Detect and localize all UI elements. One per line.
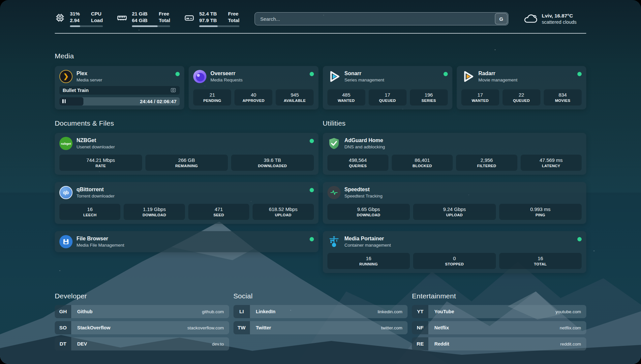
bookmark-abbr: NF xyxy=(412,321,428,334)
bookmark-name: DEV xyxy=(72,337,87,350)
bookmark-youtube[interactable]: YT YouTube youtube.com xyxy=(412,305,586,318)
bookmark-github[interactable]: GH Github github.com xyxy=(55,305,229,318)
stat-value: 39.6 TB xyxy=(232,157,313,163)
stat-tiles: 17 WANTED 22 QUEUED 834 MOVIES xyxy=(461,89,582,106)
bookmark-linkedin[interactable]: LI LinkedIn linkedin.com xyxy=(233,305,408,318)
app-subtitle: Torrent downloader xyxy=(76,193,115,199)
app-name: NZBGet xyxy=(76,137,115,144)
playback-progress-bar[interactable]: 24:44 / 02:06:47 xyxy=(59,97,180,106)
nzbget-icon-text: nzbget xyxy=(61,142,71,145)
search-engine-button[interactable]: G xyxy=(495,13,507,24)
app-card-nzbget[interactable]: nzbget NZBGet Usenet downloader 744.21 M… xyxy=(55,133,319,175)
utilities-column: Utilities xyxy=(323,119,587,273)
section-title-utilities: Utilities xyxy=(323,119,587,127)
bookmark-dev[interactable]: DT DEV dev.to xyxy=(55,337,229,350)
stat-tiles: 21 PENDING 40 APPROVED 945 AVAILABLE xyxy=(193,89,314,106)
stat-label: UPLOAD xyxy=(414,213,495,217)
bookmark-abbr: GH xyxy=(55,305,71,318)
now-playing-row: Bullet Train xyxy=(59,86,180,95)
stat-value: 498,564 xyxy=(329,157,387,163)
app-card-portainer[interactable]: Media Portainer Container management 16 … xyxy=(323,231,587,273)
stat-value: 471 xyxy=(190,206,248,212)
stat-tile: 266 GB REMAINING xyxy=(145,155,228,171)
section-title-entertainment: Entertainment xyxy=(412,292,586,300)
radarr-icon xyxy=(461,70,474,83)
app-card-overseerr[interactable]: Overseerr Media Requests 21 PENDING 40 A… xyxy=(189,66,318,109)
adguard-icon xyxy=(327,137,341,150)
bookmark-name: Github xyxy=(72,305,93,318)
section-title-social: Social xyxy=(233,292,408,300)
stat-label: DOWNLOADED xyxy=(232,164,313,168)
section-title-developer: Developer xyxy=(55,292,229,300)
bookmark-url: youtube.com xyxy=(556,305,586,318)
stat-label: STOPPED xyxy=(414,262,495,266)
header-divider xyxy=(55,33,586,34)
stat-tiles: 485 WANTED 17 QUEUED 196 SERIES xyxy=(327,89,448,106)
stat-label: SEED xyxy=(190,213,248,217)
ram-icon xyxy=(117,13,127,23)
playback-time: 24:44 / 02:06:47 xyxy=(140,97,176,106)
app-name: File Browser xyxy=(76,235,124,242)
app-card-speedtest[interactable]: Speedtest Speedtest Tracking 9.65 Gbps D… xyxy=(323,182,587,224)
stat-tile: 17 QUEUED xyxy=(369,89,407,106)
pause-button[interactable] xyxy=(62,97,66,106)
stat-value: 266 GB xyxy=(147,157,227,163)
portainer-icon xyxy=(327,235,341,248)
stat-tile: 9.65 Gbps DOWNLOAD xyxy=(327,204,410,220)
app-card-adguard[interactable]: AdGuard Home DNS and adblocking 498,564 … xyxy=(323,133,587,175)
stat-tiles: 16 LEECH 1.19 Gbps DOWNLOAD 471 SEED xyxy=(59,204,314,220)
system-stats: 31% 2.94 CPU Load xyxy=(55,11,239,27)
app-card-radarr[interactable]: Radarr Movie management 17 WANTED 22 QUE… xyxy=(457,66,586,109)
search-bar[interactable]: G xyxy=(255,12,508,25)
app-subtitle: Series management xyxy=(345,77,384,83)
app-name: Radarr xyxy=(478,70,518,77)
disk-free-value: 52.4 TB xyxy=(199,11,217,17)
session-icon[interactable] xyxy=(170,87,176,93)
stat-tile: 834 MOVIES xyxy=(544,89,582,106)
stat-tile: 47.569 ms LATENCY xyxy=(521,155,582,171)
bookmark-reddit[interactable]: RE Reddit reddit.com xyxy=(412,337,586,350)
stat-value: 9.65 Gbps xyxy=(329,206,409,212)
stat-label: MOVIES xyxy=(545,99,580,103)
entertainment-bookmarks-group: Entertainment YT YouTube youtube.com NF … xyxy=(412,292,586,350)
media-card-row: ❯ Plex Media server Bullet Train xyxy=(55,66,586,109)
stat-tile: 2,956 FILTERED xyxy=(456,155,517,171)
documents-column: Documents & Files nzbget NZBGet Usenet d… xyxy=(55,119,319,273)
stat-label: LATENCY xyxy=(522,164,580,168)
stat-label: RATE xyxy=(61,164,141,168)
disk-total-value: 97.9 TB xyxy=(199,17,217,23)
stat-value: 0 xyxy=(414,256,495,261)
app-subtitle: Media Requests xyxy=(210,77,243,83)
bookmark-stackoverflow[interactable]: SO StackOverflow stackoverflow.com xyxy=(55,321,229,334)
app-card-filebrowser[interactable]: File Browser Media File Management xyxy=(55,231,319,252)
app-card-sonarr[interactable]: Sonarr Series management 485 WANTED 17 Q… xyxy=(323,66,452,109)
cpu-stat-widget: 31% 2.94 CPU Load xyxy=(55,11,103,27)
search-input[interactable] xyxy=(255,12,508,25)
app-name: Overseerr xyxy=(210,70,243,77)
app-name: Sonarr xyxy=(345,70,384,77)
stat-tile: 9.24 Gbps UPLOAD xyxy=(413,204,496,220)
stat-tile: 86,401 BLOCKED xyxy=(392,155,453,171)
weather-location: Lviv, 16.87°C xyxy=(542,13,577,19)
bookmark-url: stackoverflow.com xyxy=(187,321,229,334)
bookmark-abbr: DT xyxy=(55,337,71,350)
bookmark-abbr: SO xyxy=(55,321,71,334)
stat-value: 22 xyxy=(504,92,539,98)
stat-label: APPROVED xyxy=(236,99,271,103)
stat-value: 744.21 Mbps xyxy=(61,157,141,163)
app-card-plex[interactable]: ❯ Plex Media server Bullet Train xyxy=(55,66,184,109)
stat-label: SERIES xyxy=(411,99,446,103)
app-name: Speedtest xyxy=(345,186,383,193)
bookmark-name: LinkedIn xyxy=(251,305,276,318)
bookmark-twitter[interactable]: TW Twitter twitter.com xyxy=(233,321,408,334)
stat-tile: 16 LEECH xyxy=(59,204,120,220)
cpu-load-label: Load xyxy=(91,17,103,23)
bookmark-url: dev.to xyxy=(212,337,229,350)
social-bookmarks-group: Social LI LinkedIn linkedin.com TW Twitt… xyxy=(233,292,408,350)
bookmark-netflix[interactable]: NF Netflix netflix.com xyxy=(412,321,586,334)
ram-free-value: 21 GiB xyxy=(132,11,148,17)
stat-tiles: 744.21 Mbps RATE 266 GB REMAINING 39.6 T… xyxy=(59,155,314,171)
app-card-qbittorrent[interactable]: qb qBittorrent Torrent downloader 16 xyxy=(55,182,319,224)
stat-label: DOWNLOAD xyxy=(329,213,409,217)
app-name: Media Portainer xyxy=(345,235,391,242)
